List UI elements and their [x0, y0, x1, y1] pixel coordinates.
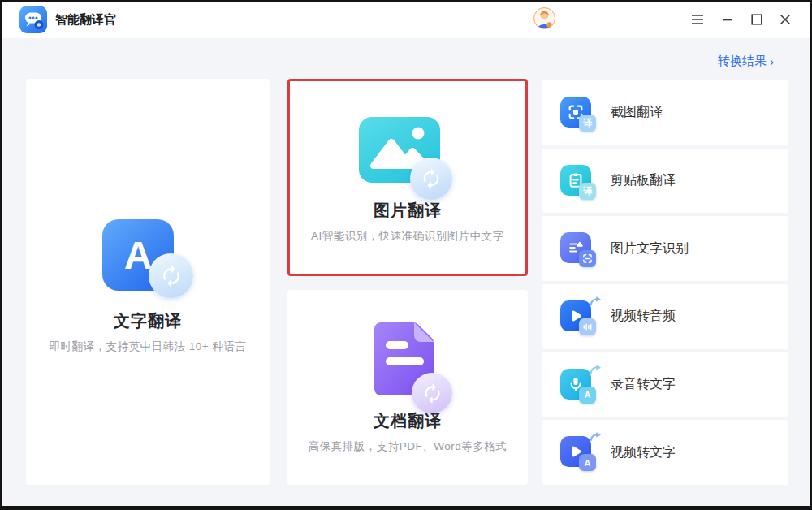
sidebar-item-audio-to-text[interactable]: A 录音转文字	[542, 352, 788, 417]
sidebar-item-label: 剪贴板翻译	[611, 172, 676, 189]
close-icon[interactable]	[777, 11, 793, 28]
card-document-translation[interactable]: 文档翻译 高保真排版，支持PDF、Word等多格式	[287, 290, 528, 485]
sidebar-item-image-text-ocr[interactable]: 图片文字识别	[542, 216, 788, 281]
card-text-translation[interactable]: A 文字翻译 即时翻译，支持英中日韩法 10+ 种语言	[26, 79, 270, 485]
card-subtitle: 高保真排版，支持PDF、Word等多格式	[287, 439, 528, 454]
sync-icon	[410, 158, 452, 200]
sidebar-item-clipboard-translate[interactable]: 译 剪贴板翻译	[542, 149, 788, 214]
titlebar: 智能翻译官	[2, 2, 810, 38]
sidebar-item-label: 录音转文字	[611, 376, 676, 393]
letter-a-badge: A	[579, 454, 596, 471]
sidebar-item-video-to-text[interactable]: A 视频转文字	[542, 420, 788, 485]
sync-icon	[149, 253, 193, 298]
translate-badge: 译	[579, 115, 596, 132]
minimize-icon[interactable]	[719, 11, 736, 28]
card-image-translation[interactable]: 图片翻译 AI智能识别，快速准确识别图片中文字	[287, 79, 528, 276]
curved-arrow-icon	[590, 364, 602, 374]
sidebar-item-label: 视频转文字	[611, 444, 676, 461]
sidebar-item-label: 视频转音频	[611, 308, 676, 325]
chevron-right-icon: ›	[770, 54, 774, 68]
conversion-results-label: 转换结果	[718, 54, 767, 69]
sidebar-item-video-to-audio[interactable]: 视频转音频	[542, 284, 788, 349]
sync-icon	[412, 373, 452, 413]
sidebar-tools: 译 截图翻译 译 剪贴板翻译	[542, 80, 788, 485]
user-avatar[interactable]	[533, 7, 555, 29]
card-subtitle: AI智能识别，快速准确识别图片中文字	[290, 229, 525, 244]
conversion-results-link[interactable]: 转换结果 ›	[718, 54, 774, 69]
curved-arrow-icon	[590, 431, 602, 442]
app-title: 智能翻译官	[55, 12, 116, 28]
menu-icon[interactable]	[689, 11, 706, 28]
sidebar-item-label: 截图翻译	[611, 104, 663, 121]
letter-a-badge: A	[579, 387, 596, 404]
scan-badge-icon	[579, 250, 596, 267]
app-window: 智能翻译官 转换结果 › A	[0, 0, 812, 510]
translate-badge: 译	[579, 183, 596, 200]
waveform-icon	[579, 318, 596, 335]
sidebar-item-label: 图片文字识别	[611, 240, 689, 257]
app-logo-chat-icon	[19, 6, 47, 33]
sidebar-item-screenshot-translate[interactable]: 译 截图翻译	[542, 80, 788, 145]
maximize-icon[interactable]	[749, 11, 765, 28]
curved-arrow-icon	[590, 296, 602, 306]
card-subtitle: 即时翻译，支持英中日韩法 10+ 种语言	[26, 339, 270, 354]
